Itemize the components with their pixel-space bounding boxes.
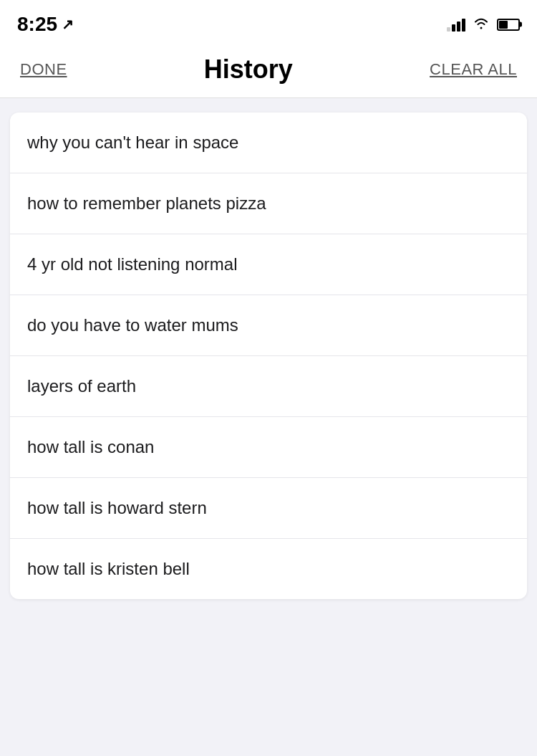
signal-bar-3 xyxy=(457,21,460,32)
battery-fill xyxy=(499,21,508,29)
history-item[interactable]: layers of earth xyxy=(10,356,527,417)
history-item[interactable]: how tall is kristen bell xyxy=(10,539,527,599)
wifi-icon xyxy=(473,16,490,33)
status-icons xyxy=(447,16,520,33)
history-item[interactable]: how tall is conan xyxy=(10,417,527,478)
status-time: 8:25 ↗ xyxy=(17,13,74,36)
clear-all-button[interactable]: CLEAR ALL xyxy=(430,60,517,79)
battery-icon xyxy=(497,19,520,31)
page-title: History xyxy=(204,54,293,85)
time-display: 8:25 xyxy=(17,13,57,36)
history-item[interactable]: do you have to water mums xyxy=(10,295,527,356)
done-button[interactable]: DONE xyxy=(20,60,67,79)
signal-bar-2 xyxy=(452,24,455,32)
signal-bar-1 xyxy=(447,27,450,32)
status-bar: 8:25 ↗ xyxy=(0,0,537,43)
location-icon: ↗ xyxy=(62,16,74,33)
signal-bars xyxy=(447,17,465,32)
history-item[interactable]: 4 yr old not listening normal xyxy=(10,234,527,295)
signal-bar-4 xyxy=(462,19,465,32)
history-item[interactable]: how to remember planets pizza xyxy=(10,173,527,234)
history-item[interactable]: how tall is howard stern xyxy=(10,478,527,539)
history-item[interactable]: why you can't hear in space xyxy=(10,113,527,173)
history-list: why you can't hear in spacehow to rememb… xyxy=(10,113,527,599)
nav-bar: DONE History CLEAR ALL xyxy=(0,43,537,98)
